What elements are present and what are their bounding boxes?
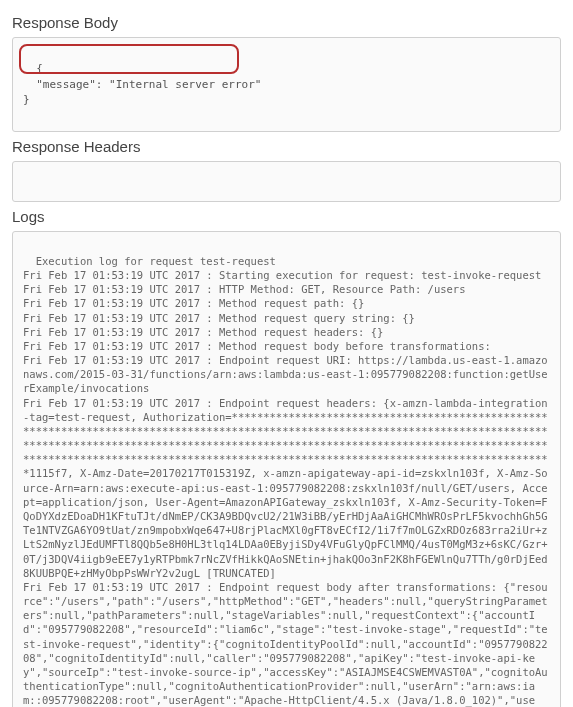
logs-box: Execution log for request test-request F… [12, 231, 561, 707]
annotation-box-1 [19, 44, 239, 74]
logs-content: Execution log for request test-request F… [23, 255, 548, 707]
response-body-title: Response Body [12, 14, 561, 31]
response-body-box: { "message": "Internal server error" } [12, 37, 561, 132]
response-headers-box [12, 161, 561, 202]
response-headers-title: Response Headers [12, 138, 561, 155]
logs-title: Logs [12, 208, 561, 225]
response-body-content: { "message": "Internal server error" } [23, 62, 261, 106]
